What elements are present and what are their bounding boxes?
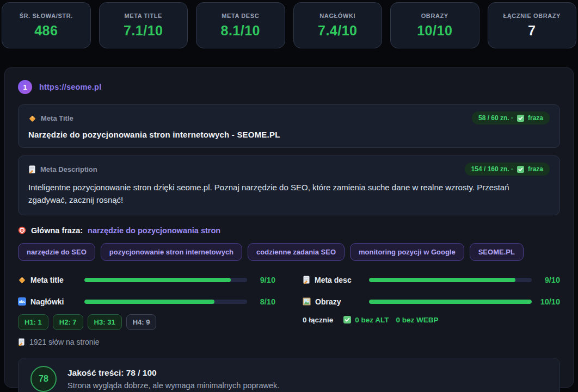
keyword-pill: codzienne zadania SEO (248, 243, 345, 261)
heading-count-chip: H4: 9 (126, 314, 157, 330)
score-value: 9/10 (538, 276, 560, 284)
words-count-label: 1921 słów na stronie (29, 338, 99, 346)
keywords-row: narzędzie do SEOpozycjonowanie stron int… (18, 243, 560, 261)
score-value: 8/10 (254, 297, 275, 306)
quality-section: 78 Jakość treści: 78 / 100 Strona wygląd… (18, 358, 560, 392)
score-label: Meta desc (315, 276, 352, 284)
headings-column: H1: 1H2: 7H3: 31H4: 9 1921 słów na stron… (18, 314, 275, 346)
headings-row: H1: 1H2: 7H3: 31H4: 9 (18, 314, 275, 330)
heading-count-chip: H3: 31 (88, 314, 122, 330)
score-row: Obrazy 10/10 (303, 297, 560, 306)
stat-value: 7.4/10 (318, 23, 358, 39)
stat-value: 486 (34, 23, 58, 39)
tag-icon (28, 114, 36, 122)
tag-icon (18, 276, 26, 284)
score-row: abc Nagłówki 8/10 (18, 297, 275, 306)
check-icon (517, 166, 524, 173)
score-grid: Meta title 9/10 Meta desc 9/10 abc Nagłó… (18, 276, 560, 306)
result-url-link[interactable]: https://seome.pl (39, 83, 101, 91)
stat-value: 10/10 (417, 23, 452, 39)
stat-card: NAGŁÓWKI 7.4/10 (293, 2, 383, 48)
stat-value: 7.1/10 (124, 23, 163, 39)
score-bar (84, 278, 247, 282)
quality-text-block: Jakość treści: 78 / 100 Strona wygląda d… (67, 368, 279, 390)
stat-card: META DESC 8.1/10 (196, 2, 285, 48)
image-icon (303, 297, 311, 306)
quality-title: Jakość treści: 78 / 100 (67, 368, 279, 378)
memo-icon (303, 276, 310, 284)
detail-grid: H1: 1H2: 7H3: 31H4: 9 1921 słów na stron… (18, 314, 560, 346)
stat-label: OBRAZY (421, 13, 448, 19)
heading-count-chip: H1: 1 (18, 314, 48, 330)
quality-description: Strona wygląda dobrze, ale wymaga minima… (67, 381, 279, 390)
url-row: 1 https://seome.pl (18, 80, 560, 94)
score-bar (84, 300, 247, 304)
target-icon (18, 226, 26, 234)
meta-description-badge: 154 / 160 zn. · fraza (465, 163, 550, 176)
score-bar (369, 278, 532, 282)
quality-score-circle: 78 (30, 366, 57, 392)
meta-title-text: Narzędzie do pozycjonowania stron intern… (28, 130, 550, 139)
meta-description-section: Meta Description 154 / 160 zn. · fraza I… (18, 155, 560, 215)
meta-description-badge-check-label: fraza (528, 165, 543, 173)
score-label: Obrazy (315, 297, 341, 306)
main-phrase-label: Główna fraza: (31, 226, 83, 235)
images-total-label: 0 łącznie (303, 316, 333, 324)
keyword-pill: pozycjonowanie stron internetowych (101, 243, 242, 261)
stat-label: ŚR. SŁOWA/STR. (20, 13, 73, 19)
stat-label: ŁĄCZNIE OBRAZY (503, 13, 561, 19)
stat-value: 7 (528, 23, 536, 39)
check-icon (343, 316, 351, 323)
meta-title-badge: 58 / 60 zn. · fraza (472, 111, 550, 125)
result-card: 1 https://seome.pl Meta Title 58 / 60 zn… (4, 67, 574, 388)
meta-description-label: Meta Description (40, 165, 97, 173)
meta-description-badge-chars: 154 / 160 zn. · (471, 165, 513, 173)
memo-icon (28, 165, 36, 173)
result-index-badge: 1 (18, 80, 32, 94)
keyword-pill: narzędzie do SEO (18, 243, 95, 261)
images-summary: 0 łącznie 0 bez ALT 0 bez WEBP (303, 314, 560, 324)
main-phrase-value: narzędzie do pozycjonowania stron (88, 226, 220, 235)
meta-title-section: Meta Title 58 / 60 zn. · fraza Narzędzie… (18, 104, 560, 148)
abc-icon: abc (18, 297, 26, 306)
images-no-webp-label: 0 bez WEBP (396, 316, 439, 324)
words-row: 1921 słów na stronie (18, 338, 275, 346)
main-phrase-row: Główna fraza: narzędzie do pozycjonowani… (18, 226, 560, 235)
score-bar (369, 300, 532, 304)
meta-title-badge-chars: 58 / 60 zn. · (478, 114, 513, 122)
meta-title-badge-check-label: fraza (528, 114, 543, 122)
keyword-pill: SEOME.PL (470, 243, 524, 261)
stat-label: META TITLE (124, 13, 162, 19)
stat-card: ŚR. SŁOWA/STR. 486 (2, 2, 91, 48)
stat-card: ŁĄCZNIE OBRAZY 7 (488, 2, 577, 48)
score-label: Nagłówki (30, 297, 64, 306)
images-column: 0 łącznie 0 bez ALT 0 bez WEBP (303, 314, 560, 346)
score-fill (84, 278, 231, 282)
stat-card: META TITLE 7.1/10 (99, 2, 188, 48)
stat-value: 8.1/10 (220, 23, 260, 39)
stats-row: ŚR. SŁOWA/STR. 486 META TITLE 7.1/10 MET… (0, 0, 578, 48)
images-no-alt-wrap: 0 bez ALT (343, 316, 389, 324)
score-fill (369, 278, 515, 282)
memo-icon (18, 338, 25, 346)
meta-title-label: Meta Title (41, 114, 73, 122)
score-row: Meta desc 9/10 (303, 276, 560, 284)
stat-card: OBRAZY 10/10 (390, 2, 479, 48)
score-value: 9/10 (254, 276, 275, 284)
score-fill (84, 300, 214, 304)
stat-label: NAGŁÓWKI (319, 13, 355, 19)
score-value: 10/10 (538, 297, 560, 306)
svg-text:abc: abc (19, 300, 26, 303)
score-label: Meta title (30, 276, 64, 284)
score-fill (369, 300, 532, 304)
stat-label: META DESC (222, 13, 259, 19)
heading-count-chip: H2: 7 (53, 314, 83, 330)
check-icon (517, 115, 524, 122)
seo-audit-dashboard: ŚR. SŁOWA/STR. 486 META TITLE 7.1/10 MET… (0, 0, 578, 388)
images-no-alt-label: 0 bez ALT (355, 316, 389, 324)
keyword-pill: monitoring pozycji w Google (350, 243, 464, 261)
meta-description-text: Inteligentne pozycjonowanie stron dzięki… (28, 181, 550, 207)
score-row: Meta title 9/10 (18, 276, 275, 284)
